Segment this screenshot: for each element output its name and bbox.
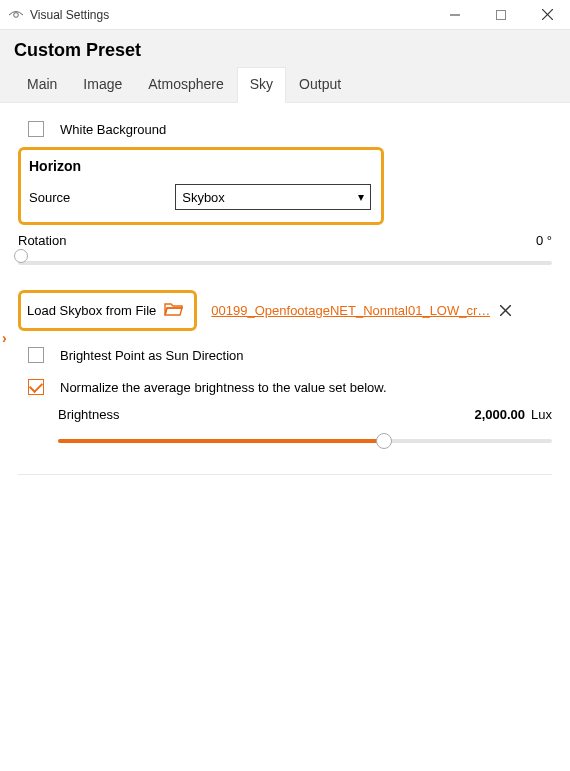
- tab-output[interactable]: Output: [286, 67, 354, 103]
- folder-open-icon: [164, 301, 184, 320]
- source-row: Source Skybox ▾: [29, 184, 371, 210]
- chevron-down-icon: ▾: [358, 190, 364, 204]
- rotation-text: Rotation: [18, 233, 526, 248]
- svg-rect-2: [497, 10, 506, 19]
- brightness-value: 2,000.00: [474, 407, 525, 422]
- brightness-fill: [58, 439, 384, 443]
- close-button[interactable]: [524, 0, 570, 29]
- rotation-thumb[interactable]: [14, 249, 28, 263]
- brightest-point-label: Brightest Point as Sun Direction: [60, 348, 244, 363]
- rotation-label: Rotation 0 °: [18, 233, 552, 248]
- expand-chevron-icon[interactable]: ›: [0, 326, 9, 350]
- window-controls: [432, 0, 570, 29]
- horizon-title: Horizon: [29, 158, 371, 174]
- load-skybox-label: Load Skybox from File: [27, 303, 156, 318]
- source-select[interactable]: Skybox ▾: [175, 184, 371, 210]
- eye-icon: [8, 10, 24, 20]
- brightness-block: Brightness 2,000.00 Lux: [18, 407, 552, 450]
- maximize-button[interactable]: [478, 0, 524, 29]
- white-background-checkbox[interactable]: [28, 121, 44, 137]
- brightness-unit: Lux: [531, 407, 552, 422]
- svg-point-0: [14, 12, 19, 17]
- preset-title: Custom Preset: [14, 40, 556, 61]
- source-label: Source: [29, 190, 175, 205]
- brightness-label: Brightness: [58, 407, 474, 422]
- horizon-section: Horizon Source Skybox ▾: [18, 147, 384, 225]
- rotation-track: [18, 261, 552, 265]
- load-skybox-button[interactable]: Load Skybox from File: [18, 290, 197, 331]
- sky-panel: › White Background Horizon Source Skybox…: [0, 103, 570, 475]
- normalize-label: Normalize the average brightness to the …: [60, 380, 387, 395]
- source-value: Skybox: [182, 190, 225, 205]
- minimize-button[interactable]: [432, 0, 478, 29]
- brightest-point-checkbox[interactable]: [28, 347, 44, 363]
- brightness-slider[interactable]: [58, 432, 552, 450]
- rotation-slider[interactable]: [18, 254, 552, 272]
- svg-line-4: [542, 9, 553, 20]
- tab-sky[interactable]: Sky: [237, 67, 286, 103]
- tab-image[interactable]: Image: [70, 67, 135, 103]
- load-skybox-row: Load Skybox from File 00199_OpenfootageN…: [18, 290, 552, 331]
- normalize-checkbox[interactable]: [28, 379, 44, 395]
- remove-file-button[interactable]: [500, 303, 511, 319]
- header: Custom Preset Main Image Atmosphere Sky …: [0, 30, 570, 103]
- window-title: Visual Settings: [30, 8, 432, 22]
- brightness-thumb[interactable]: [376, 433, 392, 449]
- svg-line-3: [542, 9, 553, 20]
- skybox-file-link[interactable]: 00199_OpenfootageNET_Nonntal01_LOW_cr…: [211, 303, 490, 318]
- white-background-label: White Background: [60, 122, 166, 137]
- white-background-row: White Background: [18, 121, 552, 137]
- titlebar: Visual Settings: [0, 0, 570, 30]
- rotation-value: 0 °: [536, 233, 552, 248]
- tab-atmosphere[interactable]: Atmosphere: [135, 67, 236, 103]
- normalize-row: Normalize the average brightness to the …: [18, 379, 552, 395]
- tab-main[interactable]: Main: [14, 67, 70, 103]
- divider: [18, 474, 552, 475]
- tabs: Main Image Atmosphere Sky Output: [14, 67, 556, 103]
- brightest-point-row: Brightest Point as Sun Direction: [18, 347, 552, 363]
